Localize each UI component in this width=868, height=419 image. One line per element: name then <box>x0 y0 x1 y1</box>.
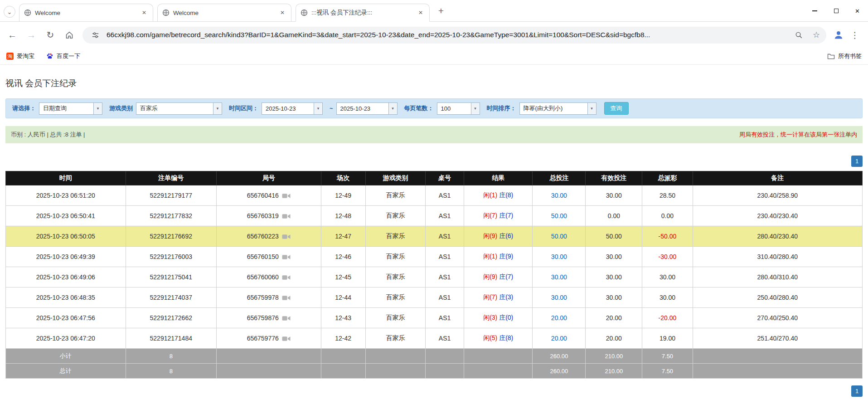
pagination-top: 1 <box>5 156 863 167</box>
result-banker: 庄(8) <box>499 334 513 341</box>
round-id-text: 656759776 <box>247 335 279 342</box>
summary-cell <box>365 349 425 364</box>
chevron-down-icon[interactable]: ▾ <box>388 103 397 114</box>
cell-table-no: AS1 <box>426 185 464 206</box>
home-button[interactable] <box>61 26 78 44</box>
chevron-down-icon[interactable]: ▾ <box>471 103 480 114</box>
tab-close-icon[interactable]: ✕ <box>140 9 148 17</box>
sort-select[interactable]: 降幂(由大到小) ▾ <box>519 102 596 115</box>
summary-cell: 210.00 <box>586 364 642 379</box>
round-id-text: 656760150 <box>247 253 279 261</box>
cell-valid-bet: 0.00 <box>586 206 642 226</box>
video-icon[interactable] <box>282 295 291 301</box>
cell-time: 2025-10-23 06:47:20 <box>6 328 126 349</box>
tab-bet-records-active[interactable]: :::视讯 会员下注纪录::: ✕ <box>296 4 430 22</box>
globe-icon <box>162 9 170 16</box>
cell-round-id: 656759876 <box>216 308 321 328</box>
result-player: 闲(5) <box>483 334 497 341</box>
query-type-value: 日期查询 <box>39 103 93 114</box>
cell-total-bet[interactable]: 30.00 <box>533 287 586 308</box>
search-button[interactable]: 查询 <box>604 102 629 115</box>
cell-total-bet[interactable]: 30.00 <box>533 247 586 267</box>
tab-search-button[interactable]: ⌄ <box>4 6 15 18</box>
video-icon[interactable] <box>282 193 291 199</box>
chevron-down-icon[interactable]: ▾ <box>213 103 222 114</box>
cell-total-bet[interactable]: 20.00 <box>533 328 586 349</box>
summary-cell <box>365 364 425 379</box>
url-bar[interactable]: 66cxkj98.com/game/betrecord_search/kind3… <box>82 27 826 44</box>
cell-total-bet[interactable]: 50.00 <box>533 226 586 247</box>
date-end-select[interactable]: 2025-10-23 ▾ <box>336 102 398 115</box>
query-type-label: 请选择： <box>12 104 36 112</box>
video-icon[interactable] <box>282 214 291 219</box>
cell-total-bet[interactable]: 30.00 <box>533 185 586 206</box>
cell-remark: 280.40/310.40 <box>693 267 862 287</box>
kebab-menu-icon[interactable]: ⋮ <box>848 27 862 43</box>
table-row: 2025-10-23 06:48:35522912174037656759978… <box>6 287 863 308</box>
zoom-icon[interactable] <box>792 29 805 41</box>
all-bookmarks-button[interactable]: 所有书签 <box>827 52 862 60</box>
sort-label: 时间排序： <box>487 104 516 112</box>
query-type-select[interactable]: 日期查询 ▾ <box>39 102 102 115</box>
date-start-select[interactable]: 2025-10-23 ▾ <box>262 102 323 115</box>
tab-close-icon[interactable]: ✕ <box>417 9 425 17</box>
table-row: 2025-10-23 06:49:06522912175041656760060… <box>6 267 863 287</box>
cell-payout: 28.50 <box>642 185 693 206</box>
pagination-page-1-bottom[interactable]: 1 <box>851 385 863 397</box>
date-start-value: 2025-10-23 <box>262 103 314 114</box>
globe-icon <box>301 9 308 16</box>
date-range-label: 时间区间： <box>229 104 258 112</box>
result-banker: 庄(9) <box>499 253 513 260</box>
baidu-paw-icon <box>46 53 53 60</box>
site-info-icon[interactable] <box>89 29 102 41</box>
cell-bet-id: 522912179177 <box>126 185 216 206</box>
video-icon[interactable] <box>282 254 291 260</box>
game-type-select[interactable]: 百家乐 ▾ <box>136 102 222 115</box>
cell-result: 闲(5) 庄(8) <box>464 328 533 349</box>
round-id-text: 656760416 <box>247 192 279 200</box>
chevron-down-icon[interactable]: ▾ <box>314 103 322 114</box>
cell-valid-bet: 50.00 <box>586 226 642 247</box>
url-text[interactable]: 66cxkj98.com/game/betrecord_search/kind3… <box>107 31 787 39</box>
cell-remark: 280.40/230.40 <box>693 226 862 247</box>
round-id-text: 656759978 <box>247 294 279 302</box>
cell-payout: -30.00 <box>642 247 693 267</box>
cell-game-type: 百家乐 <box>365 308 425 328</box>
bookmark-aitaobao[interactable]: 淘 爱淘宝 <box>6 52 34 60</box>
column-header: 时间 <box>6 171 126 185</box>
page-size-value: 100 <box>437 103 471 114</box>
cell-bet-id: 522912172662 <box>126 308 216 328</box>
cell-payout: 0.00 <box>642 206 693 226</box>
video-icon[interactable] <box>282 336 291 341</box>
page-size-select[interactable]: 100 ▾ <box>437 102 480 115</box>
cell-total-bet[interactable]: 20.00 <box>533 308 586 328</box>
new-tab-button[interactable]: + <box>435 5 447 18</box>
tab-close-icon[interactable]: ✕ <box>278 9 286 17</box>
pagination-page-1[interactable]: 1 <box>851 156 863 167</box>
bookmark-baidu[interactable]: 百度一下 <box>46 52 80 60</box>
tab-welcome-1[interactable]: Welcome ✕ <box>19 4 153 21</box>
summary-cell: 7.50 <box>642 349 693 364</box>
back-button[interactable]: ← <box>4 26 21 44</box>
video-icon[interactable] <box>282 275 291 280</box>
chevron-down-icon[interactable]: ▾ <box>587 103 596 114</box>
refresh-button[interactable]: ↻ <box>42 26 59 44</box>
minimize-button[interactable] <box>804 0 825 22</box>
chevron-down-icon[interactable]: ▾ <box>93 103 102 114</box>
video-icon[interactable] <box>282 234 291 239</box>
forward-button[interactable]: → <box>23 26 40 44</box>
cell-result: 闲(7) 庄(7) <box>464 206 533 226</box>
bookmark-star-icon[interactable]: ☆ <box>810 29 823 41</box>
avatar[interactable] <box>831 27 846 43</box>
close-button[interactable]: ✕ <box>847 0 868 22</box>
cell-game-type: 百家乐 <box>365 247 425 267</box>
tab-welcome-2[interactable]: Welcome ✕ <box>157 4 291 21</box>
maximize-button[interactable] <box>825 0 847 22</box>
bet-table-body: 2025-10-23 06:51:20522912179177656760416… <box>6 185 863 379</box>
cell-total-bet[interactable]: 30.00 <box>533 267 586 287</box>
cell-result: 闲(7) 庄(3) <box>464 287 533 308</box>
cell-total-bet[interactable]: 50.00 <box>533 206 586 226</box>
video-icon[interactable] <box>282 316 291 321</box>
cell-payout: 30.00 <box>642 267 693 287</box>
cell-bet-id: 522912176692 <box>126 226 216 247</box>
